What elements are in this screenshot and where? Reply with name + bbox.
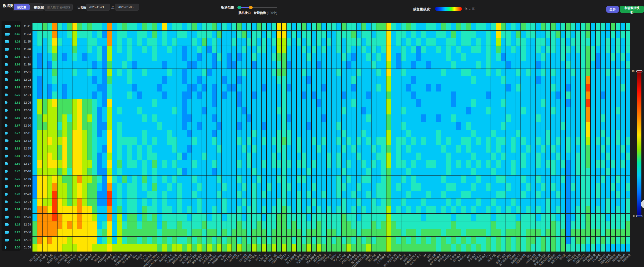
left-axis-row: 3.1811-26 bbox=[0, 46, 32, 53]
x-axis-labels: 脑机接口商业航天成飞概念大飞机海南自贸区卫星导航军工信息化国产航母航空发动机大基… bbox=[32, 252, 630, 267]
left-axis-row: 2.8112-16 bbox=[0, 152, 32, 160]
volume-mini-bar bbox=[5, 246, 6, 249]
volume-mini-bar bbox=[5, 124, 7, 127]
left-axis-row: 3.2212-30 bbox=[0, 229, 32, 236]
row-date: 12-15 bbox=[24, 147, 31, 150]
sector-range-handle-high[interactable] bbox=[249, 6, 253, 9]
colorbar-min-label: 0 bbox=[633, 215, 635, 218]
row-value: 2.93 bbox=[10, 55, 20, 58]
intensity-scale-text: 低 → 高 bbox=[465, 7, 475, 11]
row-value: 2.84 bbox=[10, 208, 20, 211]
row-value: 3.18 bbox=[10, 48, 20, 51]
left-axis-row: 2.9311-27 bbox=[0, 53, 32, 61]
left-axis-row: 2.8611-28 bbox=[0, 61, 32, 69]
row-date: 12-17 bbox=[24, 162, 31, 165]
volume-mini-bar bbox=[5, 139, 9, 142]
sector-range-handle-low[interactable] bbox=[237, 6, 241, 9]
row-date: 11-24 bbox=[24, 32, 31, 36]
row-value: 3.22 bbox=[10, 231, 20, 234]
volume-mini-bar bbox=[5, 40, 9, 43]
volume-mini-bar bbox=[5, 178, 8, 180]
intensity-label: 成交量强度: bbox=[413, 7, 431, 12]
row-date: 12-05 bbox=[24, 101, 31, 104]
left-axis-row: 2.8912-02 bbox=[0, 76, 32, 84]
volume-mini-bar bbox=[5, 33, 10, 36]
snapshot-button[interactable]: 市场数据快照 bbox=[620, 6, 644, 13]
volume-mini-bar bbox=[5, 239, 9, 241]
left-axis-row: 2.8312-03 bbox=[0, 84, 32, 91]
row-value: 2.77 bbox=[10, 131, 20, 135]
volume-mini-bar bbox=[5, 170, 8, 173]
intensity-gradient-bar bbox=[435, 7, 462, 11]
left-axis-row: 3.2112-31 bbox=[0, 236, 32, 244]
volume-mini-bar bbox=[5, 109, 8, 112]
fullscreen-button[interactable]: 全屏 bbox=[606, 6, 619, 13]
heatmap-canvas[interactable] bbox=[32, 23, 630, 252]
date-start-input[interactable] bbox=[86, 4, 110, 11]
left-axis-row: 2.6712-10 bbox=[0, 122, 32, 130]
row-date: 11-27 bbox=[24, 55, 31, 58]
left-axis-row: 2.7512-24 bbox=[0, 198, 32, 206]
row-value: 2.81 bbox=[10, 154, 20, 157]
left-axis-row: 3.0112-12 bbox=[0, 137, 32, 145]
row-value: 3.06 bbox=[10, 215, 20, 219]
row-value: 2.69 bbox=[10, 116, 20, 119]
left-axis-row: 2.8912-17 bbox=[0, 160, 32, 168]
row-date: 12-02 bbox=[24, 78, 31, 81]
left-axis-row: 2.6112-05 bbox=[0, 99, 32, 107]
row-date: 12-09 bbox=[24, 116, 31, 119]
colorbar-handle-max[interactable] bbox=[636, 70, 642, 72]
left-axis-row: 2.3001-05 bbox=[0, 244, 32, 252]
row-value: 2.78 bbox=[10, 193, 20, 196]
left-axis-row: 3.2611-25 bbox=[0, 38, 32, 46]
volume-mini-bar bbox=[5, 86, 8, 89]
volume-mini-bar bbox=[5, 185, 8, 188]
row-value: 2.81 bbox=[10, 147, 20, 150]
sector-range-text: 脑机接口 - 智能物流 bbox=[238, 11, 266, 15]
left-axis-row: 2.8012-22 bbox=[0, 183, 32, 190]
row-date: 12-03 bbox=[24, 86, 31, 89]
left-axis-row: 2.7112-08 bbox=[0, 107, 32, 114]
row-date: 12-23 bbox=[24, 193, 31, 196]
left-axis-row: 2.7712-11 bbox=[0, 129, 32, 137]
volume-mini-bar bbox=[5, 48, 9, 51]
row-value: 2.61 bbox=[10, 101, 20, 104]
row-date: 12-16 bbox=[24, 154, 31, 157]
row-value: 2.75 bbox=[10, 177, 20, 180]
row-date: 12-25 bbox=[24, 208, 31, 211]
row-value: 3.26 bbox=[10, 40, 20, 43]
left-axis-row: 2.7212-18 bbox=[0, 168, 32, 175]
sector-range-title: 脑机接口 - 智能物流 (120个) bbox=[233, 11, 282, 15]
date-to-label: 至 bbox=[111, 5, 114, 10]
toolbar: 数据类型: 成交量 价格 概念搜索: 日期范围: 至 板块范围: 脑机接口 - … bbox=[0, 0, 644, 14]
row-value: 2.86 bbox=[10, 63, 20, 66]
date-end-input[interactable] bbox=[115, 4, 139, 11]
left-axis-row: 3.8211-21 bbox=[0, 23, 32, 30]
volume-toggle[interactable]: 成交量 bbox=[14, 4, 30, 10]
row-value: 2.80 bbox=[10, 185, 20, 188]
row-date: 11-25 bbox=[24, 40, 31, 43]
row-date: 12-12 bbox=[24, 139, 31, 142]
volume-mini-bar bbox=[5, 223, 9, 226]
volume-mini-bar bbox=[5, 55, 8, 58]
volume-mini-bar bbox=[5, 201, 8, 203]
concept-search-input[interactable] bbox=[44, 4, 73, 11]
sector-range-count: (120个) bbox=[267, 11, 277, 15]
sector-range-label: 板块范围: bbox=[221, 5, 235, 10]
volume-mini-bar bbox=[5, 71, 9, 74]
row-value: 2.71 bbox=[10, 109, 20, 112]
left-axis-row: 3.1412-29 bbox=[0, 221, 32, 229]
row-date: 12-26 bbox=[24, 215, 31, 219]
row-value: 2.75 bbox=[10, 200, 20, 203]
colorbar-handle-min[interactable] bbox=[636, 215, 642, 217]
row-date: 11-26 bbox=[24, 48, 31, 51]
row-value: 2.83 bbox=[10, 86, 20, 89]
row-value: 3.14 bbox=[10, 223, 20, 226]
sector-range-slider[interactable] bbox=[237, 7, 277, 8]
row-value: 2.30 bbox=[10, 246, 20, 249]
volume-mini-bar bbox=[5, 231, 9, 234]
row-date: 12-31 bbox=[24, 238, 31, 241]
row-value: 3.01 bbox=[10, 139, 20, 142]
volume-mini-bar bbox=[5, 25, 11, 28]
row-date: 11-21 bbox=[24, 25, 31, 28]
